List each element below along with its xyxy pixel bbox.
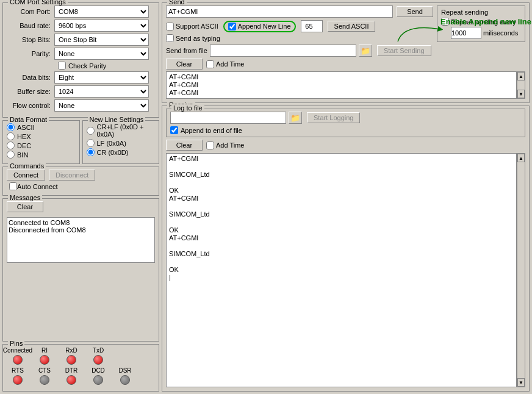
receive-log-wrapper: AT+CGMI SIMCOM_Ltd OK AT+CGMI SIMCOM_Ltd… xyxy=(166,153,525,387)
nl-lf-radio[interactable] xyxy=(87,139,95,147)
pin-rts-label: RTS xyxy=(12,367,24,374)
pin-rxd-led xyxy=(66,355,76,365)
send-scroll-down[interactable]: ▼ xyxy=(517,90,525,98)
new-line-settings-group: New Line Settings CR+LF (0x0D + 0x0A) LF… xyxy=(82,120,160,164)
send-scrollbar[interactable]: ▲ ▼ xyxy=(517,71,525,99)
append-to-file-checkbox[interactable] xyxy=(170,126,178,134)
stop-bits-select[interactable]: One Stop Bit xyxy=(54,34,149,46)
data-format-group: Data Format ASCII HEX DEC BIN xyxy=(2,120,80,164)
recv-line-12: SIMCOM_Ltd xyxy=(169,250,514,257)
data-bits-label: Data bits: xyxy=(7,74,54,81)
auto-connect-checkbox[interactable] xyxy=(9,182,17,190)
fmt-bin-radio[interactable] xyxy=(7,151,15,159)
nl-cr-radio[interactable] xyxy=(87,148,95,156)
pin-connected: Connected xyxy=(7,347,29,365)
check-parity-checkbox[interactable] xyxy=(58,62,66,70)
buffer-size-select[interactable]: 1024 xyxy=(54,85,149,98)
com-port-label: Com Port: xyxy=(7,8,54,15)
receive-group: Receive Log to file 📁 Start Logging Appe… xyxy=(162,106,530,392)
nl-crlf-radio[interactable] xyxy=(87,127,95,135)
left-panel: COM Port Settings Com Port: COM8 Baud ra… xyxy=(0,0,162,394)
commands-title: Commands xyxy=(8,162,46,170)
recv-scroll-down[interactable]: ▼ xyxy=(517,378,525,387)
repeat-ms-input[interactable] xyxy=(451,27,481,39)
send-as-typing-checkbox[interactable] xyxy=(166,34,174,42)
recv-cursor: | xyxy=(169,274,514,281)
send-scroll-up[interactable]: ▲ xyxy=(517,72,525,81)
data-bits-select[interactable]: Eight xyxy=(54,71,149,84)
com-port-select[interactable]: COM8 xyxy=(54,5,149,18)
start-sending-button[interactable]: Start Sending xyxy=(377,45,431,56)
receive-add-time-checkbox[interactable] xyxy=(206,141,214,149)
send-file-input[interactable] xyxy=(210,45,356,57)
flow-control-select[interactable]: None xyxy=(54,99,149,112)
receive-add-time-label: Add Time xyxy=(216,141,244,149)
pin-cts-label: CTS xyxy=(38,367,51,374)
stop-bits-label: Stop Bits: xyxy=(7,36,54,43)
send-log-line-2: AT+CGMI xyxy=(169,81,514,88)
fmt-dec-radio[interactable] xyxy=(7,141,15,149)
messages-clear-button[interactable]: Clear xyxy=(7,201,43,212)
send-button[interactable]: Send xyxy=(397,6,433,17)
start-logging-button[interactable]: Start Logging xyxy=(307,112,360,123)
nl-crlf-label: CR+LF (0x0D + 0x0A) xyxy=(97,123,156,138)
send-add-time-wrap[interactable]: Add Time xyxy=(206,60,244,68)
send-clear-button[interactable]: Clear xyxy=(166,59,203,70)
parity-select[interactable]: None xyxy=(54,48,149,60)
fmt-hex-label: HEX xyxy=(17,133,31,140)
log-browse-button[interactable]: 📁 xyxy=(289,112,302,124)
baud-rate-select[interactable]: 9600 bps xyxy=(54,20,149,32)
nl-lf-label: LF (0x0A) xyxy=(97,140,126,147)
send-log-line-3: AT+CGMI xyxy=(169,89,514,96)
pins-title: Pins xyxy=(8,340,24,347)
recv-line-10: AT+CGMI xyxy=(169,234,514,242)
pin-dcd: DCD xyxy=(87,367,109,385)
send-input[interactable] xyxy=(166,5,393,18)
messages-title: Messages xyxy=(8,194,42,201)
recv-line-11 xyxy=(169,242,514,249)
num-input[interactable] xyxy=(301,20,323,32)
fmt-ascii-label: ASCII xyxy=(17,124,35,131)
com-port-settings-title: COM Port Settings xyxy=(8,0,68,5)
log-file-input[interactable] xyxy=(170,112,286,124)
pin-dtr-label: DTR xyxy=(65,367,78,374)
pin-dcd-label: DCD xyxy=(92,367,105,374)
browse-file-button[interactable]: 📁 xyxy=(359,45,372,57)
auto-connect-label: Auto Connect xyxy=(17,183,58,190)
append-to-file-label: Append to end of file xyxy=(181,127,242,134)
parity-label: Parity: xyxy=(7,50,54,57)
support-ascii-checkbox[interactable] xyxy=(166,23,174,30)
send-log-area: AT+CGMI AT+CGMI AT+CGMI xyxy=(166,71,517,99)
recv-line-2: SIMCOM_Ltd xyxy=(169,171,514,178)
pin-ri-label: RI xyxy=(41,347,48,354)
receive-log-area: AT+CGMI SIMCOM_Ltd OK AT+CGMI SIMCOM_Ltd… xyxy=(166,153,517,387)
disconnect-button[interactable]: Disconnect xyxy=(49,170,95,181)
com-port-settings-group: COM Port Settings Com Port: COM8 Baud ra… xyxy=(2,2,159,118)
fmt-hex-radio[interactable] xyxy=(7,132,15,140)
recv-line-8 xyxy=(169,218,514,226)
repeat-every-label: Repeat sending every xyxy=(451,18,516,26)
append-new-line-label-wrap[interactable]: Append New Line xyxy=(223,21,296,32)
right-panel: Send Send Support ASCII xyxy=(162,0,532,394)
connect-button[interactable]: Connect xyxy=(7,170,45,181)
repeat-sending-checkbox[interactable] xyxy=(441,18,449,26)
pin-connected-label: Connected xyxy=(3,347,32,354)
pin-dsr-led xyxy=(120,375,130,385)
recv-scroll-up[interactable]: ▲ xyxy=(517,154,525,162)
send-ascii-button[interactable]: Send ASCII xyxy=(328,21,376,32)
send-add-time-checkbox[interactable] xyxy=(206,60,214,68)
support-ascii-label-wrap[interactable]: Support ASCII xyxy=(166,23,218,30)
receive-scrollbar[interactable]: ▲ ▼ xyxy=(517,153,525,387)
append-new-line-checkbox[interactable] xyxy=(228,23,236,30)
fmt-ascii-radio[interactable] xyxy=(7,123,15,131)
send-log-wrapper: AT+CGMI AT+CGMI AT+CGMI ▲ ▼ xyxy=(166,71,525,99)
receive-clear-button[interactable]: Clear xyxy=(166,140,203,151)
send-as-typing-wrap[interactable]: Send as typing xyxy=(166,34,220,42)
send-group: Send Send Support ASCII xyxy=(162,2,530,103)
receive-add-time-wrap[interactable]: Add Time xyxy=(206,141,244,149)
pin-ri: RI xyxy=(34,347,56,365)
pins-group: Pins Connected RI RxD TxD xyxy=(2,344,159,392)
send-log-line-1: AT+CGMI xyxy=(169,73,514,81)
recv-line-1 xyxy=(169,163,514,170)
message-line-2: Disconnected from COM8 xyxy=(9,226,153,234)
